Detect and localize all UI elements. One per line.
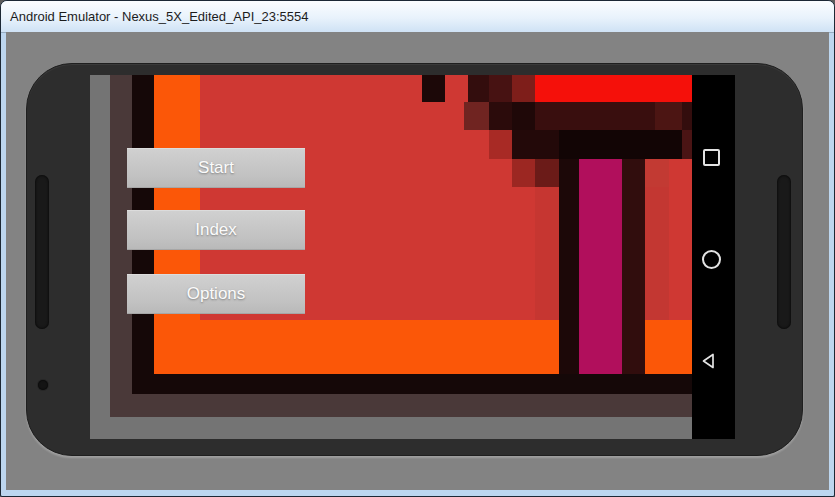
recents-icon[interactable] [703,149,720,166]
home-icon[interactable] [702,250,721,269]
window-content: Start Index Options [6,32,829,490]
scene-pixel [489,130,512,159]
android-navbar [692,75,735,439]
scene-pixel [645,187,669,320]
start-button[interactable]: Start [127,148,305,188]
scene-maroon-stripe [622,159,645,374]
scene-pixel [535,187,559,320]
scene-pixel [655,102,682,130]
options-button[interactable]: Options [127,274,305,314]
window-title: Android Emulator - Nexus_5X_Edited_API_2… [10,9,308,24]
phone-frame: Start Index Options [26,63,803,456]
scene-pixel [512,75,535,102]
scene-pixel [489,75,512,102]
scene-magenta-stripe [579,159,622,374]
camera-dot-icon [38,380,48,390]
scene-pixel [512,102,535,130]
scene-pixel [464,102,489,130]
scene-pixel [645,159,669,187]
emulator-window: Android Emulator - Nexus_5X_Edited_API_2… [0,0,835,497]
scene-near-black-band [559,130,682,159]
scene-pixel [468,75,489,102]
phone-screen: Start Index Options [90,75,735,439]
window-titlebar[interactable]: Android Emulator - Nexus_5X_Edited_API_2… [1,1,834,33]
scene-bright-red-band [535,75,692,102]
scene-pixel [489,102,512,130]
scene-pixel [682,130,692,159]
scene-pixel [682,102,692,130]
index-button[interactable]: Index [127,210,305,250]
scene-pixel [422,75,445,102]
scene-pixel [512,130,559,159]
speaker-grille-left-icon [35,175,49,329]
scene-pixel [535,159,559,187]
scene-dark-stripe [559,159,579,374]
speaker-grille-right-icon [777,175,791,329]
back-icon[interactable] [699,351,719,371]
game-scene: Start Index Options [90,75,692,439]
scene-pixel [512,159,535,187]
scene-dark-maroon-band [535,102,655,130]
